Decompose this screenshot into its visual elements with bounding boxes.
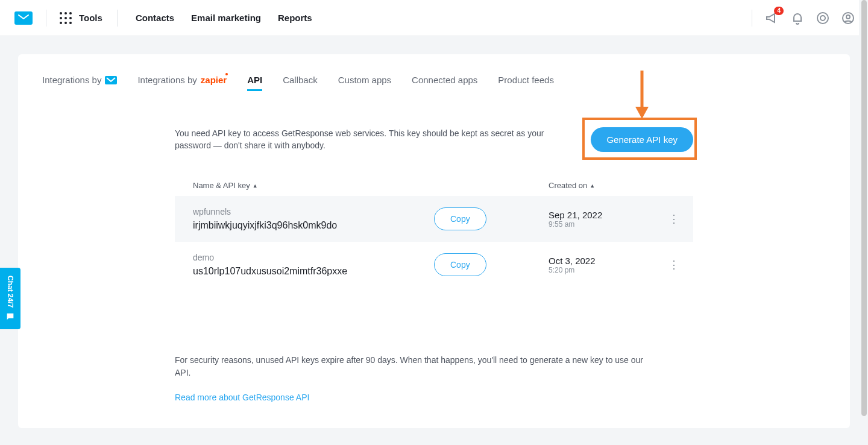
tab-label: Integrations by [42, 75, 101, 85]
announcements-button[interactable]: 4 [764, 10, 780, 26]
sort-asc-icon: ▲ [590, 183, 595, 189]
created-date: Oct 3, 2022 [549, 256, 662, 266]
top-nav-right: 4 [752, 10, 856, 27]
cell-name: demo us10rlp107udxususoi2mimtfr36pxxe [193, 253, 434, 277]
brand-logo[interactable] [14, 11, 33, 25]
created-time: 5:20 pm [549, 266, 662, 274]
tab-api[interactable]: API [247, 75, 262, 91]
nav-link-reports[interactable]: Reports [278, 13, 312, 23]
tools-label: Tools [79, 13, 102, 23]
account-button[interactable] [840, 10, 856, 26]
tab-custom-apps[interactable]: Custom apps [338, 75, 391, 91]
column-header-name[interactable]: Name & API key ▲ [193, 181, 549, 190]
intro-row: You need API key to access GetResponse w… [175, 127, 693, 152]
cell-name: wpfunnels irjmbiiwkjuqyixjfki3q96hsk0mk9… [193, 207, 434, 231]
chat-icon [5, 312, 15, 321]
table-header: Name & API key ▲ Created on ▲ [175, 181, 693, 196]
tab-callback[interactable]: Callback [283, 75, 318, 91]
tab-connected-apps[interactable]: Connected apps [412, 75, 477, 91]
sort-asc-icon: ▲ [253, 183, 258, 189]
generate-wrap: Generate API key [591, 127, 693, 152]
key-value: us10rlp107udxususoi2mimtfr36pxxe [193, 266, 434, 277]
column-header-created[interactable]: Created on ▲ [549, 181, 595, 190]
tab-integrations-by-zapier[interactable]: Integrations by zapier [137, 75, 227, 91]
svg-rect-4 [105, 76, 117, 84]
svg-point-0 [817, 13, 828, 24]
envelope-icon [18, 14, 29, 22]
apps-grid-icon [60, 12, 72, 24]
help-button[interactable] [815, 10, 831, 26]
copy-button[interactable]: Copy [434, 253, 486, 276]
row-actions-button[interactable]: ⋮ [662, 258, 686, 271]
key-name: wpfunnels [193, 207, 434, 216]
row-actions-button[interactable]: ⋮ [662, 212, 686, 226]
nav-link-contacts[interactable]: Contacts [136, 13, 174, 23]
scrollbar-thumb[interactable] [861, 0, 867, 416]
copy-button[interactable]: Copy [434, 207, 486, 230]
chat-label: Chat 24/7 [6, 276, 14, 308]
integrations-card: Integrations by Integrations by zapier A… [18, 54, 850, 428]
created-date: Sep 21, 2022 [549, 210, 662, 220]
notification-badge: 4 [774, 7, 784, 15]
vertical-scrollbar[interactable] [859, 0, 868, 445]
nav-link-email-marketing[interactable]: Email marketing [191, 13, 261, 23]
envelope-icon [105, 76, 117, 84]
key-name: demo [193, 253, 434, 262]
tab-integrations-by-brand[interactable]: Integrations by [42, 75, 117, 91]
cell-date: Sep 21, 2022 9:55 am [549, 210, 662, 229]
integrations-tabs: Integrations by Integrations by zapier A… [42, 75, 826, 91]
cell-copy: Copy [434, 253, 549, 276]
read-more-link[interactable]: Read more about GetResponse API [175, 393, 309, 402]
nav-divider [117, 10, 118, 27]
nav-divider [752, 10, 752, 27]
tools-menu[interactable]: Tools [60, 12, 102, 24]
footer-note: For security reasons, unused API keys ex… [175, 354, 657, 379]
created-time: 9:55 am [549, 220, 662, 229]
page-body: Integrations by Integrations by zapier A… [0, 36, 868, 445]
lifebuoy-icon [816, 11, 830, 25]
cell-copy: Copy [434, 207, 549, 230]
tab-product-feeds[interactable]: Product feeds [498, 75, 554, 91]
api-content: You need API key to access GetResponse w… [169, 127, 699, 402]
nav-divider [46, 10, 46, 27]
svg-point-1 [820, 16, 825, 21]
key-value: irjmbiiwkjuqyixjfki3q96hsk0mk9do [193, 220, 434, 231]
cell-date: Oct 3, 2022 5:20 pm [549, 256, 662, 274]
generate-api-key-button[interactable]: Generate API key [591, 127, 693, 152]
bell-icon [790, 11, 805, 25]
table-row: wpfunnels irjmbiiwkjuqyixjfki3q96hsk0mk9… [175, 196, 693, 242]
svg-point-3 [846, 15, 850, 19]
top-nav: Tools Contacts Email marketing Reports 4 [0, 0, 868, 36]
table-row: demo us10rlp107udxususoi2mimtfr36pxxe Co… [175, 242, 693, 288]
chat-side-tab[interactable]: Chat 24/7 [0, 268, 20, 329]
zapier-logo-text: zapier [201, 75, 227, 85]
intro-text: You need API key to access GetResponse w… [175, 127, 549, 152]
kebab-icon: ⋮ [668, 213, 679, 225]
svg-marker-6 [635, 107, 649, 119]
user-circle-icon [841, 11, 855, 25]
notifications-button[interactable] [790, 10, 805, 26]
kebab-icon: ⋮ [668, 259, 679, 271]
tab-label-prefix: Integrations by [137, 75, 197, 85]
top-nav-links: Contacts Email marketing Reports [136, 13, 312, 23]
